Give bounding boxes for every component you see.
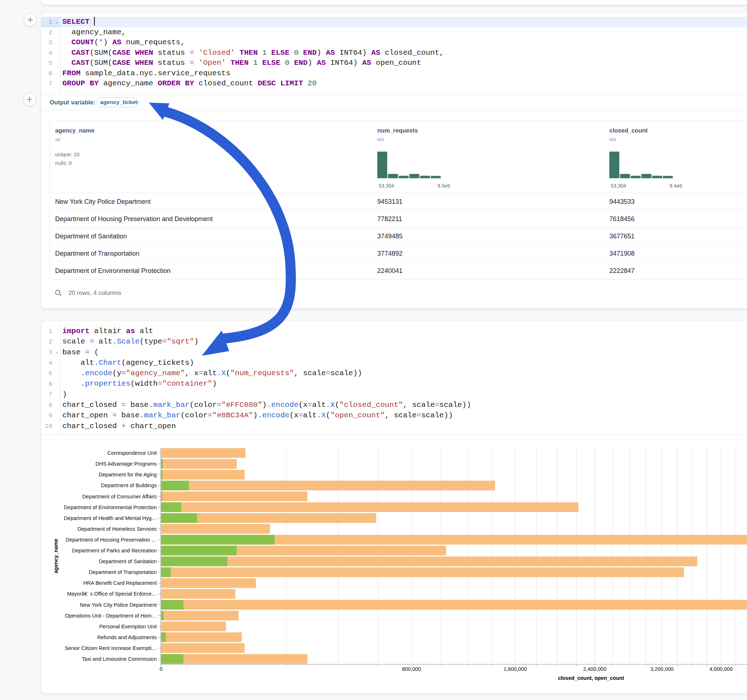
svg-text:Correspondence Unit: Correspondence Unit (107, 450, 157, 456)
svg-text:Department of Housing Preserva: Department of Housing Preservation … (66, 537, 157, 543)
svg-text:Personal Exemption Unit: Personal Exemption Unit (99, 624, 157, 629)
svg-text:3,200,000: 3,200,000 (650, 666, 674, 672)
svg-text:1,600,000: 1,600,000 (504, 666, 527, 672)
svg-text:New York City Police Departmen: New York City Police Department (80, 602, 157, 608)
svg-text:closed_count, open_count: closed_count, open_count (558, 675, 624, 681)
svg-text:2,400,000: 2,400,000 (583, 666, 606, 672)
svg-text:800,000: 800,000 (402, 666, 421, 672)
svg-text:4,000,000: 4,000,000 (709, 666, 733, 672)
svg-text:0: 0 (160, 666, 163, 672)
svg-text:HRA Benefit Card Replacement: HRA Benefit Card Replacement (83, 580, 157, 586)
svg-text:Department of Parks and Recrea: Department of Parks and Recreation (72, 548, 157, 554)
svg-text:Senior Citizen Rent Increase E: Senior Citizen Rent Increase Exempti… (65, 645, 157, 651)
svg-text:Taxi and Limousine Commission: Taxi and Limousine Commission (82, 656, 157, 662)
svg-text:Department of Buildings: Department of Buildings (101, 483, 157, 488)
svg-text:Mayorâ€ s Office of Special En: Mayorâ€ s Office of Special Enforce… (67, 591, 157, 597)
svg-text:DHS Advantage Programs: DHS Advantage Programs (95, 461, 157, 467)
svg-text:Department of Health and Menta: Department of Health and Mental Hyg… (64, 515, 157, 521)
svg-text:Department of Sanitation: Department of Sanitation (99, 558, 157, 564)
svg-text:Operations Unit - Department o: Operations Unit - Department of Hom… (65, 613, 157, 619)
svg-text:Refunds and Adjustments: Refunds and Adjustments (97, 634, 157, 640)
svg-text:Department of Environmental Pr: Department of Environmental Protection (64, 504, 157, 510)
svg-text:agency_name: agency_name (53, 539, 59, 573)
svg-text:Department of Transportation: Department of Transportation (89, 569, 157, 575)
svg-text:Department of Homeless Service: Department of Homeless Services (77, 526, 157, 532)
svg-text:Department of Consumer Affairs: Department of Consumer Affairs (82, 494, 157, 499)
svg-text:Department for the Aging: Department for the Aging (99, 472, 157, 477)
